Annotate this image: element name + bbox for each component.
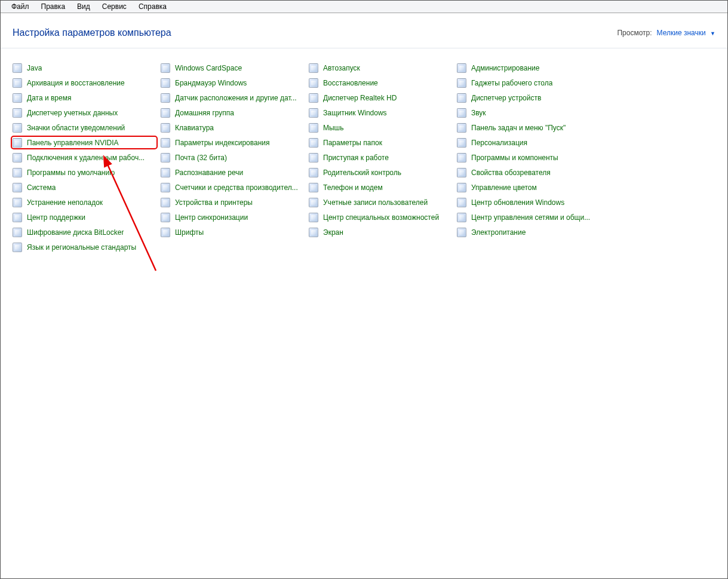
applet-label: Устранение неполадок [27,198,103,207]
control-panel-item[interactable]: Защитник Windows [309,108,452,118]
control-panel-item[interactable]: Архивация и восстановление [13,78,156,88]
control-panel-item[interactable]: Клавиатура [161,122,304,133]
applet-label: Домашняя группа [175,109,234,117]
applet-icon [13,243,22,252]
control-panel-item[interactable]: Windows CardSpace [161,63,304,73]
column: АдминистрированиеГаджеты рабочего столаД… [457,63,600,252]
control-panel-item[interactable]: Почта (32 бита) [161,152,304,163]
control-panel-item[interactable]: Параметры индексирования [161,137,304,148]
applet-icon [457,228,466,237]
applet-label: Шрифты [175,228,204,237]
applet-label: Центр поддержки [27,213,85,222]
applet-icon [457,198,466,207]
applet-icon [309,123,318,133]
applet-icon [457,183,466,192]
control-panel-item[interactable]: Счетчики и средства производител... [161,182,304,192]
control-panel-item[interactable]: Распознавание речи [161,167,304,177]
control-panel-item[interactable]: Java [13,63,156,73]
menu-view[interactable]: Вид [71,1,96,12]
control-panel-item[interactable]: Система [13,182,156,192]
control-panel-item[interactable]: Телефон и модем [309,182,452,192]
applet-label: Язык и региональные стандарты [27,243,136,252]
applet-icon [161,153,170,163]
applet-icon [161,183,170,192]
menu-file[interactable]: Файл [5,1,35,12]
control-panel-item[interactable]: Звук [457,108,600,118]
applet-label: Почта (32 бита) [175,154,227,162]
control-panel-item[interactable]: Центр синхронизации [161,212,304,222]
control-panel-item[interactable]: Восстановление [309,78,452,88]
applet-label: Брандмауэр Windows [175,79,247,87]
control-panel-item[interactable]: Шрифты [161,227,304,237]
control-panel-item[interactable]: Мышь [309,122,452,133]
applet-icon [13,213,22,222]
control-panel-item[interactable]: Персонализация [457,137,600,148]
applet-label: Гаджеты рабочего стола [471,79,552,87]
applet-icon [13,138,22,148]
control-panel-item[interactable]: Подключения к удаленным рабоч... [13,152,156,163]
applet-icon [309,138,318,148]
control-panel-item[interactable]: Панель задач и меню "Пуск" [457,122,600,133]
applet-label: Родительский контроль [323,169,401,177]
applet-icon [309,213,318,222]
applet-label: Архивация и восстановление [27,79,125,87]
applet-label: Распознавание речи [175,169,243,177]
control-panel-item[interactable]: Центр обновления Windows [457,197,600,207]
applet-label: Звук [471,109,486,117]
control-panel-item[interactable]: Панель управления NVIDIA [13,137,156,148]
applet-icon [161,213,170,222]
view-label: Просмотр: [617,29,652,37]
control-panel-item[interactable]: Дата и время [13,93,156,103]
applet-icon [457,93,466,103]
applet-icon [13,153,22,163]
applet-label: Windows CardSpace [175,64,242,72]
control-panel-item[interactable]: Диспетчер устройств [457,93,600,103]
menu-help[interactable]: Справка [133,1,173,12]
control-panel-item[interactable]: Управление цветом [457,182,600,192]
control-panel-item[interactable]: Домашняя группа [161,108,304,118]
applet-label: Дата и время [27,94,71,102]
control-panel-item[interactable]: Диспетчер Realtek HD [309,93,452,103]
control-panel-item[interactable]: Значки области уведомлений [13,122,156,133]
applet-label: Автозапуск [323,64,360,72]
applet-icon [161,63,170,73]
applet-icon [161,228,170,237]
control-panel-item[interactable]: Экран [309,227,452,237]
header: Настройка параметров компьютера Просмотр… [1,13,727,48]
applet-icon [161,108,170,118]
control-panel-item[interactable]: Шифрование диска BitLocker [13,227,156,237]
control-panel-item[interactable]: Администрирование [457,63,600,73]
applet-label: Java [27,64,42,72]
control-panel-item[interactable]: Приступая к работе [309,152,452,163]
control-panel-item[interactable]: Диспетчер учетных данных [13,108,156,118]
applet-icon [13,78,22,88]
menu-service[interactable]: Сервис [96,1,133,12]
control-panel-item[interactable]: Устранение неполадок [13,197,156,207]
applet-icon [13,198,22,207]
control-panel-item[interactable]: Электропитание [457,227,600,237]
control-panel-item[interactable]: Центр управления сетями и общи... [457,212,600,222]
control-panel-item[interactable]: Программы и компоненты [457,152,600,163]
control-panel-item[interactable]: Центр специальных возможностей [309,212,452,222]
control-panel-item[interactable]: Гаджеты рабочего стола [457,78,600,88]
control-panel-item[interactable]: Параметры папок [309,137,452,148]
view-value[interactable]: Мелкие значки ▼ [657,29,715,37]
applet-label: Центр управления сетями и общи... [471,213,590,222]
control-panel-item[interactable]: Родительский контроль [309,167,452,177]
applet-icon [457,63,466,73]
control-panel-item[interactable]: Программы по умолчанию [13,167,156,177]
control-panel-item[interactable]: Учетные записи пользователей [309,197,452,207]
chevron-down-icon: ▼ [710,30,715,36]
control-panel-item[interactable]: Язык и региональные стандарты [13,242,156,252]
control-panel-item[interactable]: Центр поддержки [13,212,156,222]
control-panel-item[interactable]: Брандмауэр Windows [161,78,304,88]
control-panel-item[interactable]: Автозапуск [309,63,452,73]
applet-icon [161,93,170,103]
applet-label: Приступая к работе [323,154,389,162]
control-panel-item[interactable]: Свойства обозревателя [457,167,600,177]
control-panel-item[interactable]: Устройства и принтеры [161,197,304,207]
control-panel-item[interactable]: Датчик расположения и другие дат... [161,93,304,103]
applet-icon [457,108,466,118]
menu-edit[interactable]: Правка [35,1,72,12]
applet-icon [13,123,22,133]
